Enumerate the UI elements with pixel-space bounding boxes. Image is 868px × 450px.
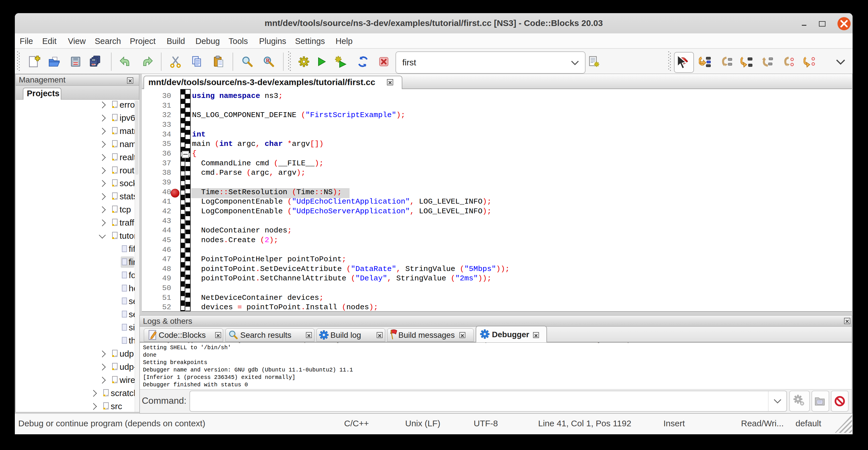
- svg-text:R: R: [266, 57, 270, 63]
